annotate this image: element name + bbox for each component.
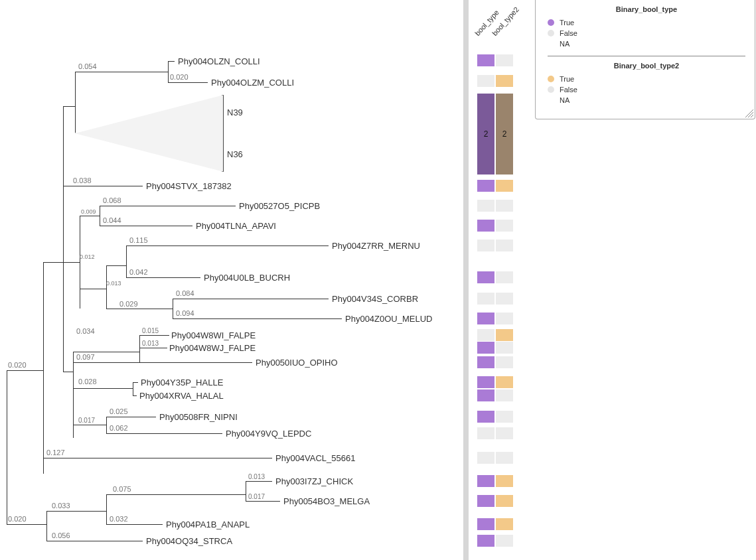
leaf-label[interactable]: Phy004V34S_CORBR xyxy=(332,294,418,304)
heatmap-cell[interactable] xyxy=(496,293,513,305)
swatch-icon xyxy=(548,30,554,36)
legend-item[interactable]: False xyxy=(548,84,745,95)
vertical-divider[interactable] xyxy=(463,0,469,560)
tree-edge xyxy=(106,265,126,266)
heatmap-cell[interactable] xyxy=(477,535,494,547)
heatmap-cell[interactable] xyxy=(477,293,494,305)
leaf-label[interactable]: Phy004OLZM_COLLI xyxy=(211,78,294,88)
leaf-label[interactable]: Phy004XRVA_HALAL xyxy=(139,391,224,401)
branch-length: 0.068 xyxy=(103,196,121,204)
heatmap-cell[interactable] xyxy=(496,475,513,487)
heatmap-cell[interactable] xyxy=(496,452,513,464)
heatmap-cell[interactable] xyxy=(496,240,513,251)
heatmap-cell[interactable] xyxy=(496,518,513,530)
leaf-label[interactable]: Phy004Y35P_HALLE xyxy=(141,378,223,387)
leaf-label[interactable]: Phy004Z0OU_MELUD xyxy=(345,314,433,324)
heatmap-cell[interactable] xyxy=(477,356,494,368)
collapsed-clade[interactable] xyxy=(75,95,224,172)
heatmap-cell[interactable] xyxy=(496,75,513,87)
heatmap-cell[interactable] xyxy=(496,271,513,283)
swatch-icon xyxy=(548,97,554,104)
tree-edge xyxy=(246,481,272,482)
heatmap-cell[interactable] xyxy=(477,220,494,232)
heatmap-cell[interactable] xyxy=(496,342,513,354)
leaf-label[interactable]: Phy0050IUO_OPIHO xyxy=(256,358,338,368)
leaf-label[interactable]: Phy004VACL_55661 xyxy=(275,453,355,463)
heatmap-cell[interactable] xyxy=(477,452,494,464)
legend-panel: Binary_bool_type True False NA Binary_bo… xyxy=(535,0,755,119)
heatmap-cell[interactable] xyxy=(496,329,513,341)
heatmap-cell[interactable] xyxy=(477,475,494,487)
tree-edge xyxy=(246,501,280,502)
branch-length: 0.013 xyxy=(248,473,265,480)
leaf-label[interactable]: Phy00527O5_PICPB xyxy=(239,201,320,211)
heatmap-cell[interactable] xyxy=(496,535,513,547)
heatmap-cell[interactable] xyxy=(477,54,494,66)
heatmap-cell[interactable] xyxy=(477,389,494,401)
leaf-label[interactable]: Phy004TLNA_APAVI xyxy=(196,221,276,231)
leaf-label[interactable]: Phy004U0LB_BUCRH xyxy=(204,273,290,283)
tree-edge xyxy=(106,417,107,433)
leaf-label[interactable]: Phy004OQ34_STRCA xyxy=(146,536,232,546)
leaf-label[interactable]: N36 xyxy=(227,149,243,159)
heatmap-cell[interactable] xyxy=(477,518,494,530)
heatmap-cell[interactable] xyxy=(477,427,494,439)
tree-edge xyxy=(63,186,143,186)
leaf-label[interactable]: Phy004OLZN_COLLI xyxy=(178,56,260,66)
leaf-label[interactable]: Phy003I7ZJ_CHICK xyxy=(275,476,353,486)
heatmap-cell[interactable] xyxy=(477,200,494,212)
branch-length: 0.033 xyxy=(52,502,70,510)
heatmap-panel: bool_type bool_type2 2 2 xyxy=(473,0,532,560)
heatmap-cell[interactable] xyxy=(477,342,494,354)
heatmap-cell[interactable] xyxy=(496,389,513,401)
tree-edge xyxy=(139,348,167,348)
heatmap-cell[interactable] xyxy=(496,220,513,232)
tree-edge xyxy=(106,494,107,524)
branch-length: 0.020 xyxy=(170,73,189,81)
heatmap-cell[interactable] xyxy=(477,240,494,251)
leaf-label[interactable]: N39 xyxy=(227,107,243,117)
heatmap-cell[interactable] xyxy=(477,495,494,507)
swatch-icon xyxy=(548,86,554,93)
leaf-label[interactable]: Phy0054BO3_MELGA xyxy=(283,496,370,506)
tree-edge xyxy=(139,335,140,362)
heatmap-cell[interactable] xyxy=(496,356,513,368)
tree-edge xyxy=(73,362,252,363)
leaf-label[interactable]: Phy004Z7RR_MERNU xyxy=(332,241,420,251)
heatmap-cell[interactable] xyxy=(496,313,513,324)
heatmap-cell[interactable] xyxy=(496,495,513,507)
phylo-tree[interactable]: 0.020 0.020 Phy004OLZN_COLLI Phy004OLZM_… xyxy=(0,0,461,560)
leaf-label[interactable]: Phy00508FR_NIPNI xyxy=(159,412,238,422)
legend-label: NA xyxy=(560,95,569,105)
heatmap-cell[interactable] xyxy=(477,411,494,423)
tree-edge xyxy=(100,206,100,226)
legend-label: False xyxy=(560,84,577,95)
leaf-label[interactable]: Phy004Y9VQ_LEPDC xyxy=(226,429,311,439)
heatmap-cell[interactable] xyxy=(496,411,513,423)
leaf-label[interactable]: Phy004PA1B_ANAPL xyxy=(166,520,250,529)
leaf-label[interactable]: Phy004W8WI_FALPE xyxy=(171,330,256,340)
heatmap-cell[interactable] xyxy=(477,376,494,388)
heatmap-cell[interactable] xyxy=(496,54,513,66)
heatmap-cell[interactable] xyxy=(496,180,513,192)
tree-edge xyxy=(63,106,75,107)
tree-edge xyxy=(43,262,63,263)
heatmap-cell[interactable] xyxy=(496,200,513,212)
leaf-label[interactable]: Phy004W8WJ_FALPE xyxy=(169,343,256,353)
legend-item[interactable]: NA xyxy=(548,95,745,105)
tree-edge xyxy=(173,318,342,319)
heatmap-cell[interactable] xyxy=(477,180,494,192)
legend-item[interactable]: True xyxy=(548,17,745,28)
legend-item[interactable]: NA xyxy=(548,38,745,49)
heatmap-cell[interactable] xyxy=(477,271,494,283)
leaf-label[interactable]: Phy004STVX_187382 xyxy=(146,181,232,191)
heatmap-cell[interactable] xyxy=(477,329,494,341)
heatmap-cell[interactable] xyxy=(477,75,494,87)
heatmap-cell[interactable] xyxy=(496,376,513,388)
legend-item[interactable]: False xyxy=(548,28,745,38)
legend-item[interactable]: True xyxy=(548,74,745,84)
heatmap-cell[interactable] xyxy=(496,427,513,439)
resize-handle-icon[interactable] xyxy=(745,109,753,117)
tree-edge xyxy=(173,299,329,299)
heatmap-cell[interactable] xyxy=(477,313,494,324)
